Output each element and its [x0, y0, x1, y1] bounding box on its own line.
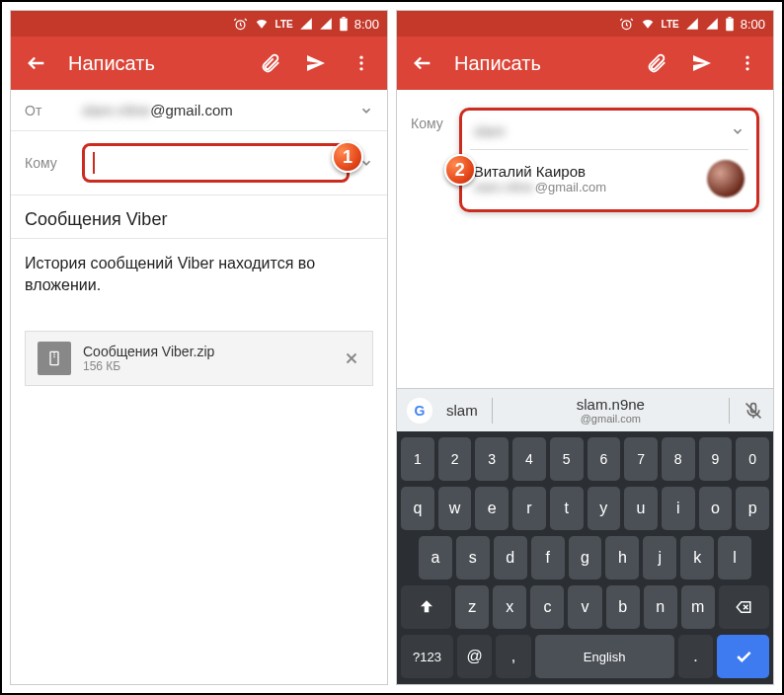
- app-bar: Написать: [397, 37, 773, 90]
- key-2[interactable]: 2: [438, 437, 472, 481]
- key-dot[interactable]: .: [678, 635, 713, 678]
- svg-rect-6: [50, 351, 58, 364]
- contact-info: Виталий Каиров slam.n9ne@gmail.com: [474, 163, 695, 194]
- to-label: Кому: [25, 155, 72, 171]
- attachment-meta: Сообщения Viber.zip 156 КБ: [83, 344, 331, 373]
- to-label: Кому: [411, 100, 443, 131]
- key-at[interactable]: @: [457, 635, 492, 678]
- key-b[interactable]: b: [606, 585, 640, 629]
- key-f[interactable]: f: [531, 536, 565, 579]
- remove-attachment-icon[interactable]: [343, 349, 360, 367]
- key-3[interactable]: 3: [475, 437, 509, 481]
- svg-point-4: [359, 61, 362, 64]
- key-v[interactable]: v: [568, 585, 601, 629]
- to-row: Кому 1: [11, 131, 387, 195]
- key-m[interactable]: m: [681, 585, 715, 629]
- to-input[interactable]: [95, 155, 339, 172]
- attach-icon[interactable]: [257, 49, 284, 77]
- key-shift[interactable]: [401, 585, 451, 629]
- appbar-title: Написать: [68, 52, 239, 75]
- battery-icon: [339, 17, 349, 32]
- back-icon[interactable]: [409, 49, 436, 77]
- key-u[interactable]: u: [624, 487, 658, 530]
- battery-icon: [725, 17, 735, 32]
- key-backspace[interactable]: [719, 585, 769, 629]
- svg-rect-9: [728, 17, 731, 19]
- mic-off-icon[interactable]: [744, 401, 763, 421]
- key-symbols[interactable]: ?123: [401, 635, 453, 678]
- key-x[interactable]: x: [493, 585, 526, 629]
- contact-email-prefix-blurred: slam.n9ne: [474, 180, 533, 194]
- key-5[interactable]: 5: [550, 437, 584, 481]
- key-c[interactable]: c: [530, 585, 564, 629]
- svg-point-11: [745, 61, 748, 64]
- key-4[interactable]: 4: [512, 437, 546, 481]
- key-o[interactable]: o: [699, 487, 733, 530]
- app-bar: Написать: [11, 37, 387, 90]
- key-q[interactable]: q: [401, 487, 434, 530]
- keyboard-row-numbers: 1 2 3 4 5 6 7 8 9 0: [401, 437, 769, 481]
- from-row[interactable]: От slam.n9ne@gmail.com: [11, 90, 387, 131]
- from-domain: @gmail.com: [150, 102, 233, 118]
- compose-content: Кому 2 slam Виталий Каиров slam.n9ne@gma…: [397, 90, 773, 684]
- key-g[interactable]: g: [569, 536, 602, 579]
- key-8[interactable]: 8: [662, 437, 695, 481]
- svg-point-10: [745, 56, 748, 59]
- key-n[interactable]: n: [644, 585, 677, 629]
- to-input-typed[interactable]: slam: [474, 122, 721, 139]
- attachment-name: Сообщения Viber.zip: [83, 344, 331, 359]
- key-comma[interactable]: ,: [496, 635, 530, 678]
- attach-icon[interactable]: [643, 49, 670, 77]
- key-j[interactable]: j: [643, 536, 676, 579]
- body-field[interactable]: История сообщений Viber находится во вло…: [11, 239, 387, 311]
- kb-sug2-bottom: @gmail.com: [507, 413, 715, 425]
- keyboard: 1 2 3 4 5 6 7 8 9 0 q w e r t y u i o: [397, 431, 773, 684]
- key-w[interactable]: w: [438, 487, 472, 530]
- send-icon[interactable]: [302, 49, 330, 77]
- key-1[interactable]: 1: [401, 437, 434, 481]
- key-9[interactable]: 9: [699, 437, 733, 481]
- contact-suggestion[interactable]: Виталий Каиров slam.n9ne@gmail.com: [470, 150, 748, 199]
- chevron-down-icon[interactable]: [359, 104, 373, 117]
- signal-icon-2: [319, 17, 333, 31]
- key-r[interactable]: r: [512, 487, 546, 530]
- key-h[interactable]: h: [605, 536, 639, 579]
- phone-left: LTE 8:00 Написать От slam.n9ne@gm: [10, 10, 388, 685]
- key-d[interactable]: d: [494, 536, 527, 579]
- step-badge-1: 1: [332, 141, 363, 173]
- keyboard-row-3: z x c v b n m: [401, 585, 769, 629]
- key-7[interactable]: 7: [624, 437, 658, 481]
- send-icon[interactable]: [688, 49, 716, 77]
- keyboard-row-2: a s d f g h j k l: [401, 536, 769, 579]
- key-y[interactable]: y: [588, 487, 621, 530]
- subject-field[interactable]: Сообщения Viber: [11, 195, 387, 239]
- more-icon[interactable]: [348, 49, 375, 77]
- back-icon[interactable]: [23, 49, 50, 77]
- key-z[interactable]: z: [455, 585, 489, 629]
- zip-icon: [38, 342, 71, 375]
- kb-suggestion-2[interactable]: slam.n9ne @gmail.com: [507, 396, 715, 425]
- kb-suggestion-1[interactable]: slam: [446, 402, 478, 419]
- key-s[interactable]: s: [456, 536, 490, 579]
- key-6[interactable]: 6: [588, 437, 621, 481]
- chevron-down-icon[interactable]: [731, 124, 745, 138]
- svg-point-3: [359, 56, 362, 59]
- key-0[interactable]: 0: [736, 437, 769, 481]
- key-space[interactable]: English: [535, 635, 674, 678]
- divider: [729, 398, 730, 424]
- attachment-chip[interactable]: Сообщения Viber.zip 156 КБ: [25, 331, 373, 386]
- kb-sug2-top: slam.n9ne: [507, 396, 715, 413]
- key-e[interactable]: e: [475, 487, 509, 530]
- google-icon[interactable]: G: [407, 398, 432, 424]
- key-i[interactable]: i: [662, 487, 695, 530]
- attachment-size: 156 КБ: [83, 359, 331, 373]
- key-enter[interactable]: [717, 635, 769, 678]
- key-a[interactable]: a: [419, 536, 452, 579]
- key-t[interactable]: t: [550, 487, 584, 530]
- key-k[interactable]: k: [680, 536, 714, 579]
- wifi-icon: [254, 17, 270, 31]
- key-l[interactable]: l: [718, 536, 751, 579]
- more-icon[interactable]: [734, 49, 761, 77]
- alarm-icon: [619, 17, 634, 32]
- key-p[interactable]: p: [736, 487, 769, 530]
